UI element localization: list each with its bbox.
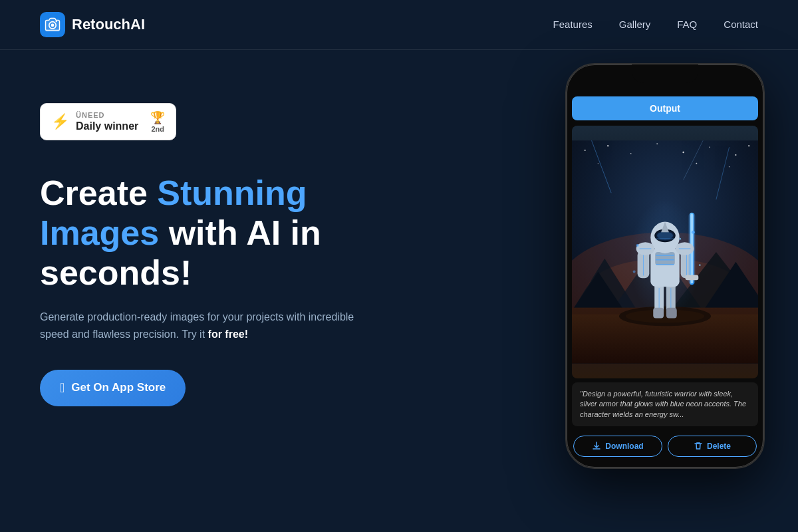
svg-point-7 [630,153,632,154]
download-button[interactable]: Download [573,436,662,457]
headline: Create Stunning Images with AI in second… [40,174,412,293]
trash-icon [694,442,703,451]
svg-rect-55 [653,308,664,319]
delete-button[interactable]: Delete [668,436,757,457]
svg-point-5 [585,150,586,151]
svg-rect-33 [655,252,675,265]
svg-point-61 [679,238,681,240]
svg-point-60 [633,271,636,273]
subheadline-text: Generate production-ready images for you… [40,311,354,340]
nav-features[interactable]: Features [553,19,593,30]
brand-name: RetouchAI [72,16,145,33]
nav-links: Features Gallery FAQ Contact [553,19,758,31]
badge-text: ÜNEED Daily winner [76,111,138,132]
delete-label: Delete [707,442,731,451]
svg-point-3 [56,21,57,22]
svg-point-59 [699,264,701,266]
svg-point-14 [696,163,697,164]
badge-place: 2nd [151,125,164,133]
svg-point-2 [51,24,55,27]
svg-point-13 [598,163,599,164]
download-label: Download [605,442,643,451]
phone-output-bar: Output [572,96,758,120]
svg-point-6 [607,145,608,146]
svg-point-11 [735,154,736,156]
svg-point-12 [748,145,749,146]
phone-mockup: Output [565,63,765,469]
download-icon [592,442,601,451]
hero-section: ⚡ ÜNEED Daily winner 🏆 2nd Create Stunni… [0,50,798,469]
warrior-svg [572,126,758,378]
svg-point-10 [709,146,710,148]
logo-icon [40,12,65,37]
brand: RetouchAI [40,12,145,37]
svg-point-9 [682,152,684,153]
hero-left: ⚡ ÜNEED Daily winner 🏆 2nd Create Stunni… [40,83,412,406]
nav-faq[interactable]: FAQ [677,19,697,30]
phone-actions: Download Delete [567,430,763,467]
nav-gallery[interactable]: Gallery [619,19,651,30]
subheadline: Generate production-ready images for you… [40,309,359,342]
app-store-button[interactable]:  Get On App Store [40,370,186,406]
phone-prompt: "Design a powerful, futuristic warrior w… [572,382,758,426]
svg-point-58 [692,231,695,234]
phone-mockup-wrapper: Output [565,63,765,469]
svg-rect-44 [686,275,699,280]
svg-point-48 [657,231,673,239]
phone-image-area [572,126,758,378]
apple-icon:  [60,380,65,396]
badge-winner: Daily winner [76,120,138,132]
award-badge: ⚡ ÜNEED Daily winner 🏆 2nd [40,103,176,140]
svg-rect-56 [666,308,677,319]
badge-brand: ÜNEED [76,111,138,120]
trophy-icon: 🏆 [150,110,165,125]
subheadline-bold: for free! [208,329,248,340]
svg-point-57 [636,244,639,247]
phone-inner: Output [567,65,763,467]
nav-contact[interactable]: Contact [724,19,758,30]
badge-trophy: 🏆 2nd [150,110,165,133]
svg-point-15 [729,166,730,168]
navbar: RetouchAI Features Gallery FAQ Contact [0,0,798,50]
svg-point-8 [656,143,658,144]
lightning-icon: ⚡ [51,113,69,130]
headline-part1: Create [40,174,157,212]
cta-label: Get On App Store [71,381,166,394]
